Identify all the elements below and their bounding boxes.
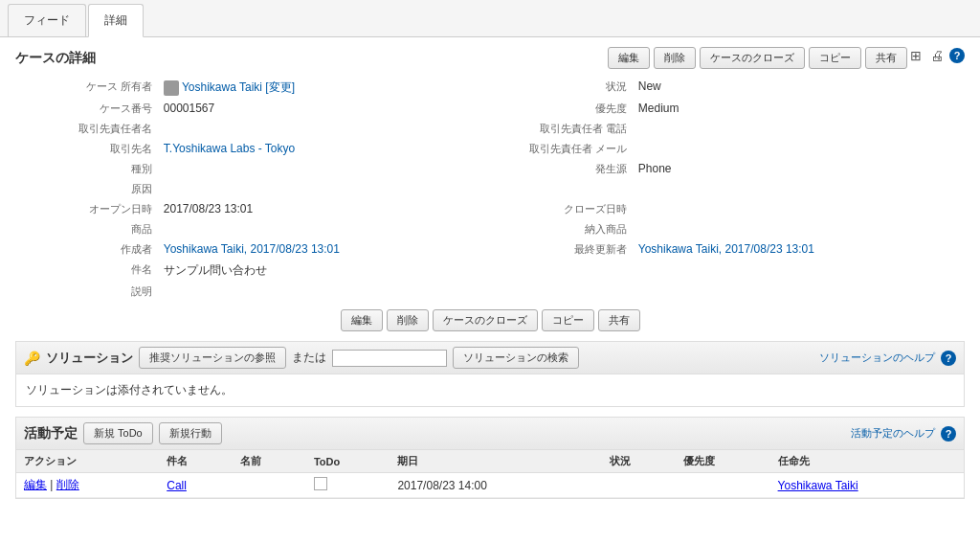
activity-subject-link[interactable]: Call <box>167 479 187 492</box>
value-type <box>158 159 490 179</box>
solutions-title: ソリューション <box>46 350 133 367</box>
label-empty1 <box>490 179 633 199</box>
new-todo-btn[interactable]: 新規 ToDo <box>83 422 153 444</box>
solutions-help-icon[interactable]: ? <box>941 351 956 366</box>
bottom-edit-button[interactable]: 編集 <box>341 309 383 331</box>
value-contact-name <box>158 119 490 139</box>
label-case-number: ケース番号 <box>15 99 158 119</box>
value-case-owner: Yoshikawa Taiki [変更] <box>158 77 490 99</box>
value-contact-phone <box>633 119 965 139</box>
grid-icon[interactable]: ⊞ <box>907 47 924 64</box>
col-status: 状況 <box>602 450 676 473</box>
activity-status <box>602 473 676 498</box>
bottom-copy-button[interactable]: コピー <box>542 309 594 331</box>
label-contact-email: 取引先責任者 メール <box>490 139 633 159</box>
activity-priority <box>676 473 770 498</box>
label-open-date: オープン日時 <box>15 199 158 219</box>
label-priority: 優先度 <box>490 99 633 119</box>
solutions-search-btn[interactable]: ソリューションの検索 <box>453 347 579 369</box>
solutions-section: 🔑 ソリューション 推奨ソリューションの参照 または ソリューションの検索 ソリ… <box>15 341 965 407</box>
referral-btn[interactable]: 推奨ソリューションの参照 <box>139 347 286 369</box>
table-row: オープン日時 2017/08/23 13:01 クローズ日時 <box>15 199 965 219</box>
activities-help-icon[interactable]: ? <box>941 426 956 442</box>
label-product: 商品 <box>15 219 158 239</box>
case-action-buttons: 編集 削除 ケースのクローズ コピー 共有 <box>608 47 907 69</box>
col-name: 名前 <box>233 450 306 473</box>
case-owner-link[interactable]: Yoshikawa Taiki <box>182 80 262 94</box>
case-owner-change[interactable]: [変更] <box>265 80 295 94</box>
activity-subject: Call <box>159 473 233 498</box>
todo-checkbox[interactable] <box>314 477 327 490</box>
value-priority: Medium <box>633 99 965 119</box>
value-delivered-product <box>633 219 965 239</box>
table-row: 種別 発生源 Phone <box>15 159 965 179</box>
value-status: New <box>633 77 965 99</box>
case-detail-title: ケースの詳細 <box>15 50 96 67</box>
help-icon[interactable]: ? <box>949 48 965 63</box>
case-detail-section-header: ケースの詳細 編集 削除 ケースのクローズ コピー 共有 <box>15 47 907 69</box>
value-reason <box>158 179 490 199</box>
activities-section: 活動予定 新規 ToDo 新規行動 活動予定のヘルプ ? アクション 件名 名前… <box>15 417 965 499</box>
solutions-header: 🔑 ソリューション 推奨ソリューションの参照 または ソリューションの検索 ソリ… <box>16 342 964 374</box>
solutions-body: ソリューションは添付されていません。 <box>16 374 964 406</box>
activities-title: 活動予定 <box>24 425 78 442</box>
tab-feed[interactable]: フィード <box>8 4 86 36</box>
or-label: または <box>292 350 326 366</box>
bottom-action-buttons: 編集 削除 ケースのクローズ コピー 共有 <box>15 309 965 331</box>
bottom-share-button[interactable]: 共有 <box>598 309 640 331</box>
activity-delete-link[interactable]: 削除 <box>56 478 79 491</box>
value-empty3 <box>633 282 965 302</box>
solutions-search-input[interactable] <box>332 350 447 367</box>
label-status: 状況 <box>490 77 633 99</box>
tab-detail[interactable]: 詳細 <box>88 4 144 37</box>
solutions-help-link[interactable]: ソリューションのヘルプ <box>819 351 935 365</box>
activity-name <box>233 473 306 498</box>
print-icon[interactable]: 🖨 <box>928 47 946 64</box>
table-row: 原因 <box>15 179 965 199</box>
last-modified-link[interactable]: Yoshikawa Taiki, 2017/08/23 13:01 <box>638 242 814 256</box>
label-delivered-product: 納入商品 <box>490 219 633 239</box>
activity-assignee: Yoshikawa Taiki <box>770 473 964 498</box>
value-close-date <box>633 199 965 219</box>
value-description <box>158 282 490 302</box>
activity-todo <box>306 473 390 498</box>
activities-header: 活動予定 新規 ToDo 新規行動 活動予定のヘルプ ? <box>16 418 964 450</box>
label-account-name: 取引先名 <box>15 139 158 159</box>
account-name-link[interactable]: T.Yoshikawa Labs - Tokyo <box>164 142 295 155</box>
bottom-delete-button[interactable]: 削除 <box>387 309 429 331</box>
delete-button[interactable]: 削除 <box>654 47 696 69</box>
label-type: 種別 <box>15 159 158 179</box>
activity-due-date: 2017/08/23 14:00 <box>390 473 601 498</box>
share-button[interactable]: 共有 <box>865 47 907 69</box>
activities-table: アクション 件名 名前 ToDo 期日 状況 優先度 任命先 編集 | 削除 <box>16 450 964 498</box>
col-priority: 優先度 <box>676 450 770 473</box>
value-account-name: T.Yoshikawa Labs - Tokyo <box>158 139 490 159</box>
created-by-link[interactable]: Yoshikawa Taiki, 2017/08/23 13:01 <box>164 242 340 256</box>
activity-edit-link[interactable]: 編集 <box>24 478 47 491</box>
value-empty1 <box>633 179 965 199</box>
new-action-btn[interactable]: 新規行動 <box>159 422 222 444</box>
bottom-close-case-button[interactable]: ケースのクローズ <box>433 309 538 331</box>
label-contact-name: 取引先責任者名 <box>15 119 158 139</box>
table-row: 取引先責任者名 取引先責任者 電話 <box>15 119 965 139</box>
edit-button[interactable]: 編集 <box>608 47 650 69</box>
value-product <box>158 219 490 239</box>
solutions-empty-msg: ソリューションは添付されていません。 <box>26 383 233 397</box>
value-created-by: Yoshikawa Taiki, 2017/08/23 13:01 <box>158 239 490 260</box>
close-case-button[interactable]: ケースのクローズ <box>700 47 805 69</box>
activity-action: 編集 | 削除 <box>16 473 159 498</box>
table-row: 件名 サンプル問い合わせ <box>15 260 965 282</box>
label-origin: 発生源 <box>490 159 633 179</box>
copy-button[interactable]: コピー <box>809 47 861 69</box>
label-created-by: 作成者 <box>15 239 158 260</box>
top-icons: ⊞ 🖨 ? <box>907 47 965 64</box>
col-assignee: 任命先 <box>770 450 964 473</box>
activity-assignee-link[interactable]: Yoshikawa Taiki <box>778 479 858 492</box>
col-due-date: 期日 <box>390 450 601 473</box>
table-row: 取引先名 T.Yoshikawa Labs - Tokyo 取引先責任者 メール <box>15 139 965 159</box>
label-empty3 <box>490 282 633 302</box>
col-action: アクション <box>16 450 159 473</box>
activities-help-link[interactable]: 活動予定のヘルプ <box>851 426 935 441</box>
value-subject: サンプル問い合わせ <box>158 260 490 282</box>
value-contact-email <box>633 139 965 159</box>
